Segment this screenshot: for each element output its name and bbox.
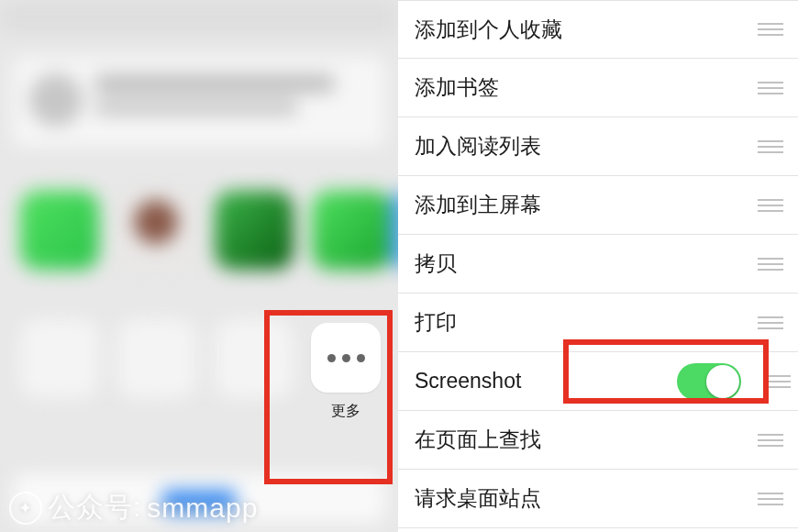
row-find-on-page[interactable]: 在页面上查找	[398, 411, 798, 470]
row-label: 在页面上查找	[415, 426, 758, 454]
drag-handle-icon[interactable]	[758, 493, 783, 505]
wechat-icon: ✦	[9, 492, 42, 525]
row-label: 添加到个人收藏	[415, 16, 758, 44]
row-label: 请求桌面站点	[415, 484, 758, 513]
row-home-screen[interactable]: 添加到主屏幕	[398, 176, 798, 235]
tutorial-composite: 更多 ✦ 公众号: smmapp 添加到个人收藏 添加书签 加入阅读列表 添加到…	[0, 0, 798, 532]
row-desktop-site[interactable]: 请求桌面站点	[398, 470, 798, 528]
row-label: 添加到主屏幕	[415, 191, 758, 219]
drag-handle-icon[interactable]	[758, 434, 783, 447]
more-button-label: 更多	[303, 402, 389, 421]
drag-handle-icon[interactable]	[758, 82, 783, 94]
watermark-name: smmapp	[147, 493, 258, 524]
row-label: Screenshot	[415, 369, 677, 393]
row-screenshot[interactable]: Screenshot	[398, 352, 798, 411]
row-copy[interactable]: 拷贝	[398, 235, 798, 294]
watermark: ✦ 公众号: smmapp	[0, 489, 398, 526]
drag-handle-icon[interactable]	[765, 375, 791, 388]
row-add-favorites[interactable]: 添加到个人收藏	[398, 0, 798, 59]
drag-handle-icon[interactable]	[758, 23, 783, 36]
row-label: 拷贝	[415, 249, 758, 278]
more-button[interactable]: 更多	[303, 323, 389, 421]
row-reading-list[interactable]: 加入阅读列表	[398, 117, 798, 176]
drag-handle-icon[interactable]	[758, 140, 783, 153]
row-add-bookmark[interactable]: 添加书签	[398, 59, 798, 117]
screenshot-toggle[interactable]	[677, 363, 741, 400]
watermark-prefix: 公众号:	[48, 489, 141, 526]
activities-settings-list: 添加到个人收藏 添加书签 加入阅读列表 添加到主屏幕 拷贝 打印 Screens…	[398, 0, 798, 532]
row-print[interactable]: 打印	[398, 294, 798, 352]
row-label: 加入阅读列表	[415, 132, 758, 161]
drag-handle-icon[interactable]	[758, 316, 783, 329]
row-label: 打印	[415, 308, 758, 337]
drag-handle-icon[interactable]	[758, 199, 783, 212]
share-sheet-blurred: 更多 ✦ 公众号: smmapp	[0, 0, 398, 532]
drag-handle-icon[interactable]	[758, 258, 783, 271]
ellipsis-icon	[327, 354, 365, 362]
blurred-background	[0, 0, 398, 532]
row-label: 添加书签	[415, 73, 758, 102]
more-icon-tile[interactable]	[311, 323, 381, 393]
